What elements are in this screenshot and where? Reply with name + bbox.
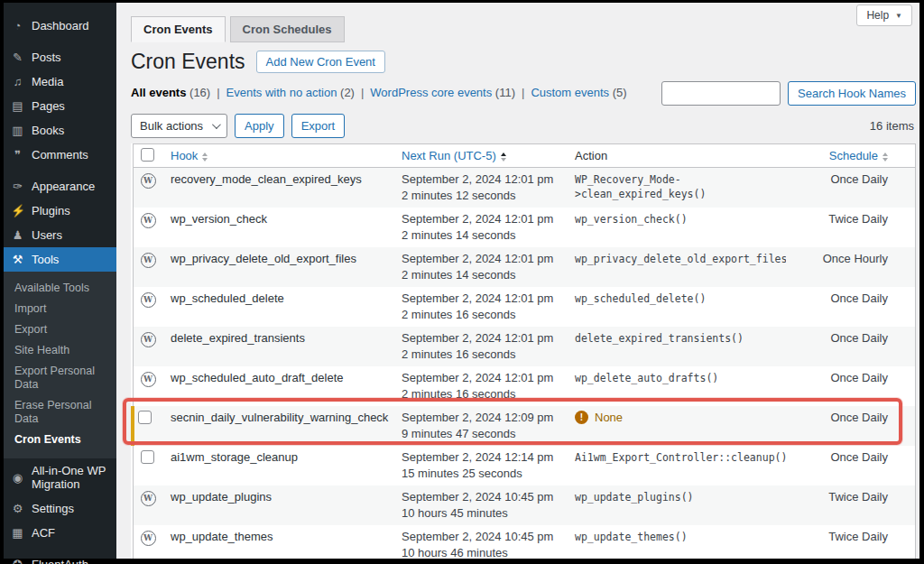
table-row: Wdelete_expired_transientsSeptember 2, 2… bbox=[133, 327, 916, 366]
row-leading-cell: W bbox=[133, 208, 163, 247]
next-run-cell: September 2, 2024 12:01 pm2 minutes 16 s… bbox=[394, 287, 568, 327]
schedule-cell: Once Daily bbox=[786, 446, 916, 485]
next-run-date: September 2, 2024 12:01 pm bbox=[402, 371, 560, 385]
sidebar-item-comments[interactable]: ❞Comments bbox=[4, 143, 116, 167]
submenu-item-import[interactable]: Import bbox=[4, 299, 116, 319]
fluentauth-icon: ✪ bbox=[11, 558, 24, 564]
row-checkbox[interactable] bbox=[141, 450, 154, 464]
column-header-hook[interactable]: Hook bbox=[163, 144, 394, 168]
row-leading-cell bbox=[133, 406, 163, 446]
sidebar-item-settings[interactable]: ⚙Settings bbox=[4, 496, 116, 521]
schedule-value: Once Daily bbox=[830, 411, 888, 424]
action-callback: WP_Recovery_Mode->clean_expired_keys() bbox=[575, 173, 706, 200]
column-header-schedule[interactable]: Schedule bbox=[786, 144, 916, 168]
submenu-item-export[interactable]: Export bbox=[4, 319, 116, 340]
hook-cell: secnin_daily_vulnerability_warning_check bbox=[163, 406, 394, 446]
column-header-next-run[interactable]: Next Run (UTC-5) bbox=[394, 144, 568, 168]
tab-cron-events[interactable]: Cron Events bbox=[131, 16, 226, 42]
pages-icon: ▤ bbox=[11, 99, 24, 113]
sidebar-item-books[interactable]: ▥Books bbox=[4, 118, 116, 143]
hook-name: wp_scheduled_delete bbox=[171, 291, 284, 305]
sidebar-item-label: Media bbox=[32, 75, 63, 88]
sidebar-item-appearance[interactable]: ✑Appearance bbox=[4, 174, 116, 199]
next-run-cell: September 2, 2024 12:09 pm9 minutes 47 s… bbox=[394, 406, 568, 446]
help-label: Help bbox=[866, 9, 889, 22]
schedule-value: Twice Daily bbox=[828, 530, 888, 543]
next-run-cell: September 2, 2024 12:01 pm2 minutes 16 s… bbox=[394, 327, 568, 366]
row-leading-cell: W bbox=[133, 485, 163, 525]
next-run-cell: September 2, 2024 12:01 pm2 minutes 14 s… bbox=[394, 208, 568, 247]
sidebar-item-media[interactable]: ♫Media bbox=[4, 69, 116, 94]
next-run-date: September 2, 2024 10:45 pm bbox=[402, 490, 560, 504]
submenu-item-site-health[interactable]: Site Health bbox=[4, 340, 116, 361]
next-run-cell: September 2, 2024 12:01 pm2 minutes 16 s… bbox=[394, 366, 568, 406]
action-callback: wp_version_check() bbox=[575, 213, 688, 226]
submenu-item-erase-personal-data[interactable]: Erase Personal Data bbox=[4, 395, 116, 430]
bulk-actions-select[interactable]: Bulk actions bbox=[131, 114, 227, 138]
filter-label: All events bbox=[131, 86, 186, 99]
help-button[interactable]: Help ▼ bbox=[856, 5, 912, 26]
action-cell: wp_version_check() bbox=[568, 208, 786, 247]
schedule-cell: Once Hourly bbox=[786, 247, 916, 287]
submenu-item-export-personal-data[interactable]: Export Personal Data bbox=[4, 361, 116, 395]
filter-custom-events[interactable]: Custom events (5) bbox=[531, 86, 626, 99]
sidebar-item-fluentauth[interactable]: ✪FluentAuth bbox=[4, 552, 116, 564]
select-all-checkbox[interactable] bbox=[141, 148, 154, 162]
schedule-cell: Twice Daily bbox=[786, 208, 916, 247]
wordpress-logo-icon: W bbox=[141, 213, 156, 228]
filter-count: (2) bbox=[340, 86, 355, 99]
submenu-item-available-tools[interactable]: Available Tools bbox=[4, 278, 116, 299]
search-input[interactable] bbox=[661, 81, 781, 106]
wordpress-logo-icon: W bbox=[141, 292, 156, 308]
media-icon: ♫ bbox=[11, 75, 24, 88]
wordpress-logo-icon: W bbox=[141, 332, 156, 347]
sidebar-item-ai1wm[interactable]: ◉All-in-One WP Migration bbox=[4, 458, 116, 496]
next-run-date: September 2, 2024 12:01 pm bbox=[402, 212, 560, 227]
next-run-date: September 2, 2024 10:45 pm bbox=[402, 530, 560, 544]
next-run-relative: 2 minutes 16 seconds bbox=[402, 387, 560, 402]
appearance-icon: ✑ bbox=[11, 180, 24, 193]
schedule-cell: Once Daily bbox=[786, 168, 916, 208]
action-callback: wp_delete_auto_drafts() bbox=[575, 372, 718, 384]
chevron-down-icon bbox=[212, 120, 221, 129]
hook-name: ai1wm_storage_cleanup bbox=[171, 450, 298, 464]
add-new-cron-event-button[interactable]: Add New Cron Event bbox=[256, 51, 385, 73]
hook-cell: wp_scheduled_auto_draft_delete bbox=[163, 366, 394, 406]
chevron-down-icon: ▼ bbox=[895, 12, 902, 20]
wordpress-logo-icon: W bbox=[141, 531, 156, 546]
filter-wordpress-core-events[interactable]: WordPress core events (11) bbox=[370, 86, 515, 99]
search-hook-names-button[interactable]: Search Hook Names bbox=[788, 81, 916, 106]
filter-label: Custom events bbox=[531, 86, 609, 99]
submenu-item-cron-events[interactable]: Cron Events bbox=[4, 430, 116, 450]
sidebar-item-users[interactable]: ♟Users bbox=[4, 223, 116, 247]
hook-cell: ai1wm_storage_cleanup bbox=[163, 446, 394, 485]
next-run-relative: 2 minutes 14 seconds bbox=[402, 268, 560, 282]
sidebar-item-label: Tools bbox=[32, 253, 59, 266]
tools-icon: ⚒ bbox=[11, 253, 24, 266]
schedule-value: Twice Daily bbox=[828, 212, 888, 226]
tab-cron-schedules[interactable]: Cron Schedules bbox=[230, 16, 345, 42]
filter-all-events[interactable]: All events (16) bbox=[131, 86, 210, 99]
sidebar-item-plugins[interactable]: ⚡Plugins bbox=[4, 199, 116, 223]
action-cell: wp_privacy_delete_old_export_files() bbox=[568, 247, 786, 287]
wp-admin-app: ◔Dashboard✎Posts♫Media▤Pages▥Books❞Comme… bbox=[4, 3, 919, 559]
sidebar-item-acf[interactable]: ▦ACF bbox=[4, 521, 116, 545]
sidebar-item-tools[interactable]: ⚒Tools bbox=[4, 247, 116, 272]
sidebar-item-pages[interactable]: ▤Pages bbox=[4, 94, 116, 118]
hook-cell: recovery_mode_clean_expired_keys bbox=[163, 168, 394, 208]
admin-menu-lower: ◉All-in-One WP Migration⚙Settings▦ACF✪Fl… bbox=[4, 458, 116, 564]
filter-events-with-no-action[interactable]: Events with no action (2) bbox=[226, 86, 355, 99]
schedule-cell: Once Daily bbox=[786, 366, 916, 406]
apply-button[interactable]: Apply bbox=[235, 114, 284, 138]
sidebar-item-pushpin[interactable]: ✎Posts bbox=[4, 45, 116, 69]
sidebar-item-dashboard[interactable]: ◔Dashboard bbox=[4, 14, 116, 38]
hook-cell: wp_update_plugins bbox=[163, 485, 394, 525]
page-header: Cron Events Add New Cron Event bbox=[131, 49, 916, 74]
action-callback: wp_update_plugins() bbox=[575, 491, 694, 504]
row-checkbox[interactable] bbox=[138, 411, 152, 424]
schedule-cell: Once Daily bbox=[786, 287, 916, 327]
filter-label: Events with no action bbox=[226, 86, 337, 99]
schedule-value: Twice Daily bbox=[828, 490, 888, 504]
export-button[interactable]: Export bbox=[291, 114, 346, 138]
schedule-cell: Twice Daily bbox=[786, 525, 916, 559]
